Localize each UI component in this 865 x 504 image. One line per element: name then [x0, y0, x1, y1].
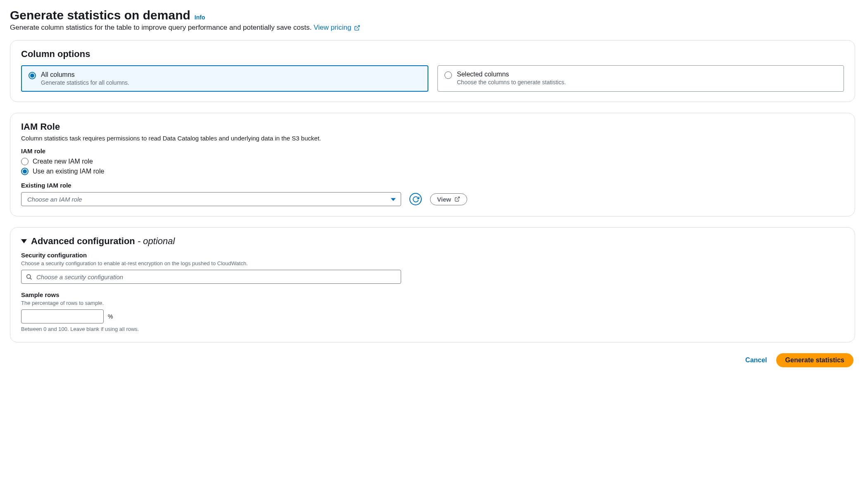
radio-icon — [444, 71, 452, 79]
security-config-desc: Choose a security configuration to enabl… — [21, 260, 844, 266]
radio-existing-label: Use an existing IAM role — [33, 168, 104, 175]
view-pricing-link[interactable]: View pricing — [314, 24, 360, 32]
sample-rows-desc: The percentage of rows to sample. — [21, 300, 844, 306]
advanced-config-optional: - optional — [138, 236, 175, 246]
external-link-icon — [454, 196, 460, 202]
svg-line-3 — [30, 278, 31, 279]
refresh-button[interactable] — [409, 193, 422, 205]
tile-all-columns[interactable]: All columns Generate statistics for all … — [21, 65, 428, 92]
existing-iam-role-label: Existing IAM role — [21, 182, 844, 189]
sample-rows-input[interactable] — [21, 309, 104, 323]
radio-create-label: Create new IAM role — [33, 158, 93, 165]
page-description: Generate column statistics for the table… — [10, 24, 855, 32]
security-config-input[interactable] — [36, 273, 397, 281]
iam-role-panel: IAM Role Column statistics task requires… — [10, 113, 855, 216]
tile-selected-columns-label: Selected columns — [457, 71, 566, 78]
advanced-config-toggle[interactable]: Advanced configuration - optional — [21, 236, 844, 247]
radio-icon — [21, 168, 29, 175]
radio-create-iam-role[interactable]: Create new IAM role — [21, 158, 844, 165]
advanced-config-title: Advanced configuration — [31, 236, 135, 246]
view-pricing-label: View pricing — [314, 24, 351, 32]
info-link[interactable]: Info — [195, 14, 205, 21]
page-title: Generate statistics on demand — [10, 8, 190, 22]
iam-role-title: IAM Role — [21, 121, 844, 132]
svg-line-1 — [457, 197, 459, 200]
radio-icon — [21, 158, 29, 165]
chevron-down-icon — [391, 198, 396, 201]
tile-selected-columns[interactable]: Selected columns Choose the columns to g… — [437, 65, 844, 92]
advanced-config-panel: Advanced configuration - optional Securi… — [10, 227, 855, 342]
tile-selected-columns-desc: Choose the columns to generate statistic… — [457, 79, 566, 86]
generate-statistics-button[interactable]: Generate statistics — [776, 353, 853, 367]
column-options-title: Column options — [21, 49, 844, 59]
tile-all-columns-label: All columns — [41, 71, 129, 78]
cancel-button[interactable]: Cancel — [745, 357, 767, 364]
page-description-text: Generate column statistics for the table… — [10, 24, 311, 31]
security-config-label: Security configuration — [21, 252, 844, 259]
iam-role-desc: Column statistics task requires permissi… — [21, 135, 844, 142]
refresh-icon — [412, 196, 419, 203]
view-role-label: View — [437, 196, 451, 203]
chevron-down-icon — [21, 239, 27, 243]
footer-actions: Cancel Generate statistics — [10, 353, 855, 367]
iam-role-field-label: IAM role — [21, 147, 844, 155]
iam-role-placeholder: Choose an IAM role — [27, 196, 82, 203]
tile-all-columns-desc: Generate statistics for all columns. — [41, 79, 129, 86]
sample-rows-hint: Between 0 and 100. Leave blank if using … — [21, 326, 844, 332]
view-role-button[interactable]: View — [430, 193, 467, 205]
svg-line-0 — [356, 25, 359, 28]
percent-unit: % — [108, 313, 113, 320]
sample-rows-label: Sample rows — [21, 291, 844, 298]
iam-role-select[interactable]: Choose an IAM role — [21, 192, 401, 206]
security-config-select[interactable] — [21, 270, 401, 284]
search-icon — [26, 273, 32, 280]
radio-icon — [29, 72, 36, 79]
column-options-panel: Column options All columns Generate stat… — [10, 40, 855, 102]
radio-use-existing-iam-role[interactable]: Use an existing IAM role — [21, 168, 844, 175]
external-link-icon — [354, 25, 360, 31]
